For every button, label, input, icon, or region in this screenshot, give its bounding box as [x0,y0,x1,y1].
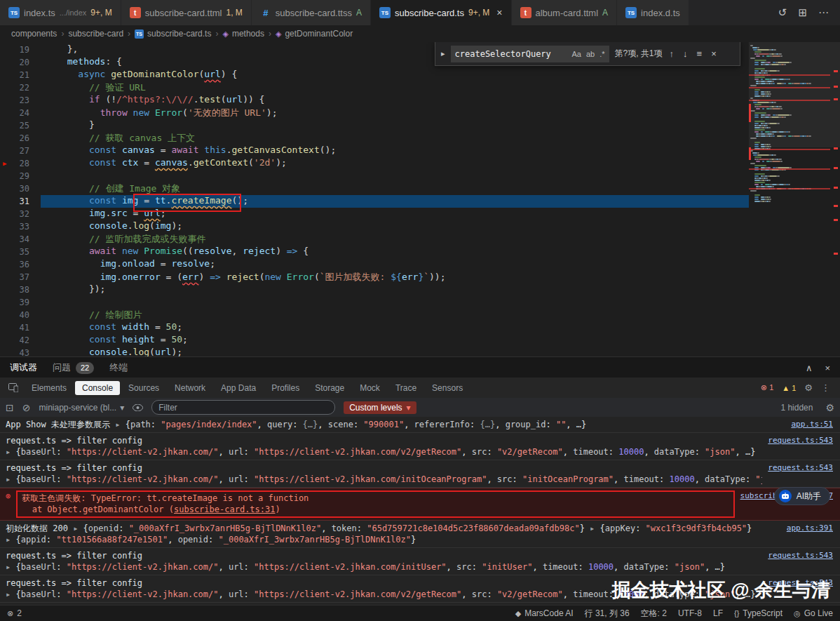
editor-tab-subscribe-card.ttml[interactable]: tsubscribe-card.ttml1, M [121,0,252,25]
gutter-line-27[interactable]: 27 [0,145,41,157]
code-line-27[interactable]: const canvas = await this.getCanvasConte… [41,145,840,157]
match-case-icon[interactable]: Aa [571,50,581,58]
find-in-selection-icon[interactable]: ≡ [696,48,704,59]
devtools-tab-trace[interactable]: Trace [388,381,424,395]
code-line-33[interactable]: console.log(img); [41,220,840,233]
code-line-38[interactable]: }); [41,283,840,296]
editor-tab-index.d.ts[interactable]: TSindex.d.ts [617,0,689,25]
close-tab-icon[interactable]: × [496,7,502,18]
breadcrumb-item-getDominantColor[interactable]: ◈getDominantColor [276,29,353,39]
code-line-41[interactable]: const width = 50; [41,321,840,334]
editor-tab-subscribe-card.ttss[interactable]: #subscribe-card.ttssA [252,0,371,25]
log-levels-select[interactable]: Custom levels▾ [344,401,416,414]
source-link[interactable]: request.ts:543 [768,551,833,560]
gutter-line-23[interactable]: 23 [0,94,41,107]
gutter-line-25[interactable]: 25 [0,119,41,132]
code-line-28[interactable]: const ctx = canvas.getContext('2d'); [41,157,840,170]
gutter-line-38[interactable]: 38 [0,283,41,296]
status-eol[interactable]: LF [713,608,723,618]
source-link[interactable]: request.ts:543 [768,578,833,587]
expand-triangle-icon[interactable]: ▸ [6,589,15,599]
expand-triangle-icon[interactable]: ▸ [6,535,15,545]
gutter-line-36[interactable]: 36 [0,258,41,271]
status-marscode-ai[interactable]: ◆MarsCode AI [515,608,574,618]
editor-tab-index.ts[interactable]: TSindex.ts.../index9+, M [0,0,121,25]
code-line-35[interactable]: await new Promise((resolve, reject) => { [41,246,840,258]
gutter-line-39[interactable]: 39 [0,296,41,309]
gutter-line-22[interactable]: 22 [0,81,41,94]
code-line-31[interactable]: const img = tt.createImage(); [41,195,840,208]
panel-tab-终端[interactable]: 终端 [109,357,128,378]
gutter-line-21[interactable]: 21 [0,69,41,81]
devtools-settings-icon[interactable]: ⚙ [804,382,813,393]
devtools-tab-profiles[interactable]: Profiles [264,381,306,395]
gutter-line-29[interactable]: 29 [0,170,41,182]
gutter-line-20[interactable]: 20 [0,56,41,69]
code-line-22[interactable]: // 验证 URL [41,81,840,94]
close-find-icon[interactable]: × [710,48,718,59]
panel-tab-调试器[interactable]: 调试器 [10,357,37,378]
code-line-34[interactable]: // 监听加载完成或失败事件 [41,233,840,246]
find-query[interactable]: createSelectorQuery [455,49,568,59]
hidden-messages-count[interactable]: 1 hidden [780,403,817,413]
code-line-26[interactable]: // 获取 canvas 上下文 [41,132,840,145]
split-editor-icon[interactable]: ⊞ [798,6,807,19]
panel-tab-问题[interactable]: 问题22 [53,357,94,378]
code-line-37[interactable]: img.onerror = (err) => reject(new Error(… [41,271,840,283]
source-link[interactable]: app.ts:51 [791,420,833,429]
devtools-tab-app-data[interactable]: App Data [214,381,263,395]
more-actions-icon[interactable]: ⋯ [818,6,829,19]
status-go-live[interactable]: ◎Go Live [794,608,833,618]
expand-triangle-icon[interactable]: ▸ [590,523,599,533]
expand-triangle-icon[interactable]: ▸ [73,523,83,533]
code-line-25[interactable]: } [41,119,840,132]
breadcrumb-item-subscribe-card[interactable]: subscribe-card [68,29,123,39]
expand-triangle-icon[interactable]: ▸ [6,474,15,484]
devtools-tab-storage[interactable]: Storage [308,381,351,395]
gutter-line-24[interactable]: 24 [0,107,41,119]
ai-assistant-button[interactable]: AI助手 [774,487,830,505]
devtools-tab-sensors[interactable]: Sensors [425,381,470,395]
gutter-line-40[interactable]: 40 [0,309,41,321]
code-line-42[interactable]: const height = 50; [41,334,840,347]
status-error-count[interactable]: ⊗2 [7,608,22,618]
status-language-mode[interactable]: {}TypeScript [734,608,783,618]
devtools-tab-mock[interactable]: Mock [353,381,387,395]
code-line-39[interactable] [41,296,840,309]
source-link[interactable]: request.ts:543 [768,436,833,445]
editor-gutter[interactable]: 19202122232425262728▶2930313233343536373… [0,42,41,356]
overview-ruler[interactable] [832,42,840,356]
breadcrumb-item-components[interactable]: components [11,29,57,39]
code-line-29[interactable] [41,170,840,182]
source-link[interactable]: app.ts:391 [787,523,833,533]
clear-console-icon[interactable]: ⊘ [22,402,31,413]
editor-tab-album-card.ttml[interactable]: talbum-card.ttmlA [512,0,618,25]
gutter-line-30[interactable]: 30 [0,182,41,195]
gutter-line-35[interactable]: 35 [0,246,41,258]
gutter-line-41[interactable]: 41 [0,321,41,334]
status-indentation[interactable]: 空格: 2 [641,608,667,620]
editor-tab-subscribe-card.ts[interactable]: TSsubscribe-card.ts9+, M× [371,0,512,25]
gutter-line-37[interactable]: 37 [0,271,41,283]
devtools-tab-elements[interactable]: Elements [25,381,74,395]
expand-triangle-icon[interactable]: ▸ [115,420,125,429]
status-cursor-position[interactable]: 行 31, 列 36 [585,608,630,620]
close-panel-icon[interactable]: × [825,363,830,373]
gutter-line-26[interactable]: 26 [0,132,41,145]
console-filter-input[interactable]: Filter [151,400,335,415]
devtools-tab-network[interactable]: Network [168,381,212,395]
breadcrumb-item-subscribe-card.ts[interactable]: TSsubscribe-card.ts [135,29,211,39]
gutter-line-33[interactable]: 33 [0,220,41,233]
devtools-tab-console[interactable]: Console [75,381,120,395]
gutter-line-28[interactable]: 28▶ [0,157,41,170]
expand-triangle-icon[interactable]: ▸ [6,447,15,457]
code-line-24[interactable]: throw new Error('无效的图片 URL'); [41,107,840,119]
console-sidebar-icon[interactable]: ⊡ [6,402,14,413]
gutter-line-19[interactable]: 19 [0,44,41,56]
code-line-30[interactable]: // 创建 Image 对象 [41,182,840,195]
code-line-36[interactable]: img.onload = resolve; [41,258,840,271]
console-warning-badge[interactable]: ▲ 1 [782,384,796,392]
minimap[interactable] [750,45,832,203]
code-line-40[interactable]: // 绘制图片 [41,309,840,321]
gutter-line-31[interactable]: 31 [0,195,41,208]
